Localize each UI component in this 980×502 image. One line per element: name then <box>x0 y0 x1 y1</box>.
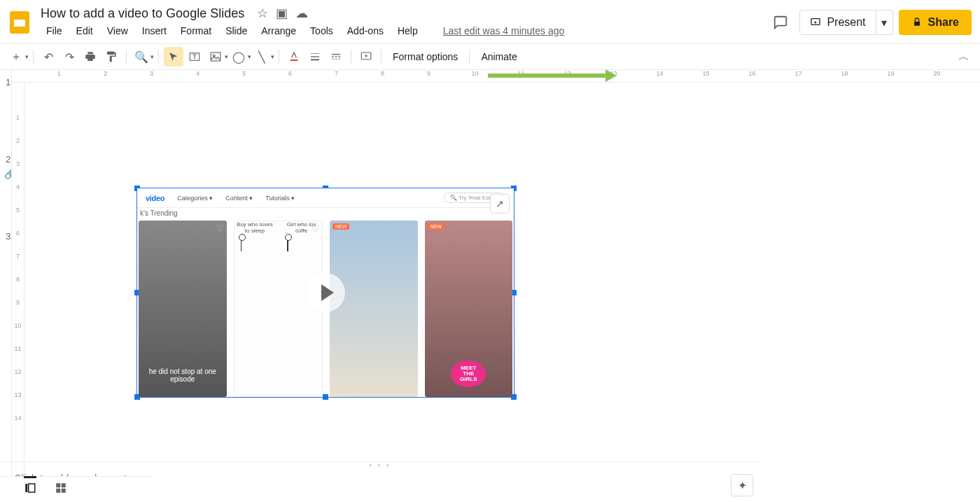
app-header: How to add a video to Google Slides ☆ ▣ … <box>0 0 980 43</box>
menu-file[interactable]: File <box>41 22 68 39</box>
slide-number: 3 <box>6 230 10 300</box>
move-icon[interactable]: ▣ <box>276 6 288 20</box>
slide-number: 2 <box>6 153 10 223</box>
paint-format-button[interactable] <box>102 47 121 67</box>
svg-rect-15 <box>332 59 332 60</box>
view-mode-bar <box>0 476 153 502</box>
menu-view[interactable]: View <box>102 22 134 39</box>
menu-edit[interactable]: Edit <box>71 22 99 39</box>
svg-rect-21 <box>29 484 35 492</box>
svg-rect-13 <box>335 56 337 57</box>
video-element-selected[interactable]: video Categories ▾ Content ▾ Tutorials ▾… <box>136 188 514 398</box>
svg-rect-20 <box>25 484 27 492</box>
bordercolor-button[interactable] <box>284 47 304 67</box>
svg-rect-24 <box>56 489 60 493</box>
image-tool[interactable] <box>206 47 225 67</box>
explore-button[interactable]: ✦ <box>731 474 753 496</box>
svg-rect-22 <box>56 483 60 487</box>
svg-rect-18 <box>339 59 340 60</box>
svg-rect-8 <box>311 53 319 54</box>
svg-rect-17 <box>337 59 337 60</box>
animate-toolbar[interactable]: Animate <box>474 51 524 62</box>
slides-logo[interactable] <box>6 8 34 36</box>
present-label: Present <box>827 16 865 29</box>
svg-rect-9 <box>311 56 319 57</box>
cloud-icon[interactable]: ☁ <box>295 6 308 20</box>
card-caption: MEET THE GIRLS <box>451 361 486 387</box>
svg-rect-16 <box>334 59 335 60</box>
format-options-toolbar[interactable]: Format options <box>386 51 465 62</box>
video-nav: Tutorials ▾ <box>265 195 295 202</box>
borderweight-button[interactable] <box>305 47 325 67</box>
slide-number: 1 <box>6 76 10 146</box>
menu-insert[interactable]: Insert <box>136 22 172 39</box>
slide-canvas-viewport[interactable]: video Categories ▾ Content ▾ Tutorials ▾… <box>24 83 980 476</box>
canvas-area: 1234567891011121314151617181920212223242… <box>12 70 980 476</box>
comment-add-button[interactable] <box>356 47 376 67</box>
trending-label: k's Trending <box>140 209 178 217</box>
line-tool[interactable]: ╲ <box>252 47 272 67</box>
popout-icon[interactable]: ↗ <box>490 194 510 214</box>
zoom-button[interactable]: 🔍 <box>132 47 151 67</box>
video-nav: Content ▾ <box>225 195 253 202</box>
title-block: How to add a video to Google Slides ☆ ▣ … <box>41 6 767 39</box>
print-button[interactable] <box>80 47 100 67</box>
present-button[interactable]: Present <box>799 10 876 35</box>
svg-rect-11 <box>332 54 340 55</box>
menu-tools[interactable]: Tools <box>304 22 339 39</box>
comments-icon[interactable] <box>767 9 794 36</box>
menu-slide[interactable]: Slide <box>220 22 253 39</box>
slide-canvas: video Categories ▾ Content ▾ Tutorials ▾… <box>38 104 620 502</box>
video-brand: video <box>146 194 164 202</box>
menu-format[interactable]: Format <box>175 22 217 39</box>
header-right: Present ▾ Share <box>767 9 972 36</box>
svg-rect-5 <box>211 53 220 61</box>
star-icon[interactable]: ☆ <box>257 6 268 20</box>
attachment-icon: 🔗 <box>4 168 12 179</box>
menu-arrange[interactable]: Arrange <box>255 22 302 39</box>
menu-addons[interactable]: Add-ons <box>342 22 389 39</box>
slide-filmstrip[interactable]: 1 ▶ invideo 2 🔗 3 BEST <box>0 70 12 476</box>
undo-button[interactable]: ↶ <box>38 47 58 67</box>
svg-rect-14 <box>338 56 340 57</box>
new-badge: NEW <box>428 223 444 230</box>
borderdash-button[interactable] <box>326 47 346 67</box>
doc-title[interactable]: How to add a video to Google Slides <box>41 6 244 21</box>
svg-rect-1 <box>14 20 25 27</box>
last-edit-link[interactable]: Last edit was 4 minutes ago <box>438 22 570 39</box>
share-button[interactable]: Share <box>899 10 972 35</box>
svg-rect-3 <box>914 22 920 26</box>
select-tool[interactable] <box>164 47 183 67</box>
shape-tool[interactable]: ◯ <box>229 47 248 67</box>
svg-rect-12 <box>332 56 334 57</box>
play-overlay-icon[interactable] <box>306 273 345 312</box>
present-dropdown[interactable]: ▾ <box>876 10 893 35</box>
card-caption: he did not stop at one episode <box>139 368 227 383</box>
redo-button[interactable]: ↷ <box>59 47 79 67</box>
svg-rect-10 <box>311 59 319 60</box>
filmstrip-view-icon[interactable] <box>24 476 36 497</box>
svg-rect-7 <box>290 60 298 61</box>
workspace: 1 ▶ invideo 2 🔗 3 BEST <box>0 70 980 476</box>
card-caption: Boy who loves to sleep <box>234 221 276 234</box>
grid-view-icon[interactable] <box>55 482 67 497</box>
video-header: video Categories ▾ Content ▾ Tutorials ▾… <box>137 188 514 208</box>
drag-handle[interactable]: • • • <box>0 462 760 468</box>
collapse-toolbar-icon[interactable]: ︿ <box>954 47 974 67</box>
menu-bar: File Edit View Insert Format Slide Arran… <box>41 22 767 39</box>
menu-help[interactable]: Help <box>392 22 424 39</box>
svg-rect-23 <box>62 483 66 487</box>
new-slide-button[interactable]: ＋ <box>6 47 26 67</box>
textbox-tool[interactable] <box>185 47 204 67</box>
ruler-vertical: 1234567891011121314 <box>12 83 24 476</box>
new-badge: NEW <box>332 223 349 230</box>
svg-rect-25 <box>62 489 66 493</box>
annotation-arrow <box>488 74 607 78</box>
share-label: Share <box>928 16 959 29</box>
toolbar: ＋▾ ↶ ↷ 🔍▾ ▾ ◯▾ ╲▾ Format options Animate… <box>0 43 980 70</box>
video-nav: Categories ▾ <box>177 195 213 202</box>
